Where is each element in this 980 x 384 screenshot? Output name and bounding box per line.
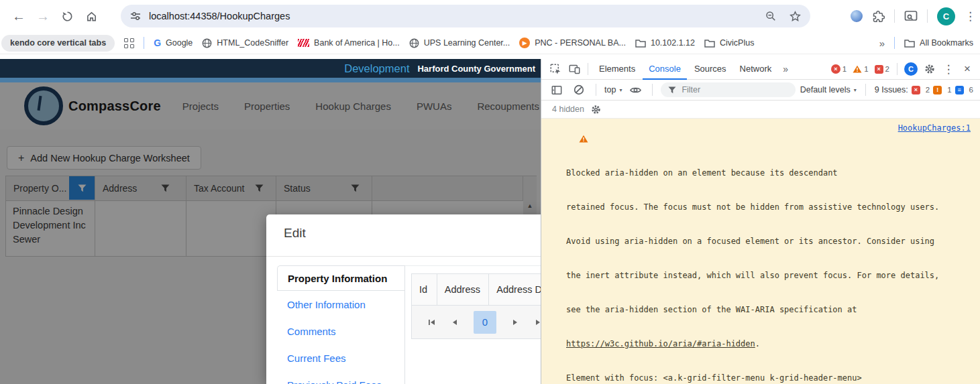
reload-icon [62,11,73,22]
hidden-messages-label: 4 hidden [552,105,584,114]
side-panel-icon[interactable] [904,10,918,22]
column-header-id[interactable]: Id [412,274,437,305]
ai-assistance-button[interactable]: C [902,60,920,78]
bookmark-bank-of-america[interactable]: Bank of America | Ho... [298,38,400,48]
inspect-icon [550,64,561,75]
filter-icon [668,86,676,94]
more-tabs-button[interactable]: » [779,64,792,74]
pager-last-button[interactable] [534,319,541,326]
tab-other-information[interactable]: Other Information [277,291,404,318]
apps-icon[interactable] [124,38,134,48]
home-icon [86,11,97,22]
tab-console[interactable]: Console [643,59,687,80]
google-icon: G [154,38,161,48]
close-icon: × [964,62,971,76]
aria-spec-link[interactable]: https://w3c.github.io/aria/#aria-hidden [566,339,755,348]
devtools-menu-button[interactable]: ⋮ [940,60,957,78]
address-grid: Id Address Address Dire 0 [411,273,541,339]
clear-console-button[interactable] [570,81,588,99]
error-counter[interactable]: × 1 [831,64,847,74]
home-button[interactable] [79,4,103,28]
all-bookmarks-button[interactable]: All Bookmarks [904,38,973,48]
device-toolbar-button[interactable] [565,60,583,78]
prev-page-icon [452,319,457,326]
tab-previously-paid-fees[interactable]: Previously Paid Fees [277,371,404,384]
improvement-issues-icon: ≡ [955,86,964,94]
warning-icon [550,123,588,157]
toolbar-divider [865,84,866,96]
log-levels-selector[interactable]: Default levels ▾ [800,85,857,94]
globe-icon [202,38,212,48]
url-text[interactable]: localhost:44358/HookupCharges [149,11,752,21]
eye-icon [630,86,641,94]
bookmarks-bar: kendo core vertical tabs G Google HTML_C… [0,32,980,54]
dialog-title: Edit [284,226,306,241]
tab-current-fees[interactable]: Current Fees [277,344,404,371]
console-toolbar: top ▾ Filter Default levels ▾ 9 Issues: … [541,80,980,101]
toolbar-divider [652,84,653,96]
bank-of-america-icon [298,39,309,47]
folder-icon [904,39,915,48]
bookmark-html-codesniffer[interactable]: HTML_CodeSniffer [202,38,288,48]
console-filter-input[interactable]: Filter [661,82,795,97]
gear-icon [924,64,935,74]
bookmarks-overflow-button[interactable]: » [879,38,885,49]
column-header-address-direction[interactable]: Address Dire [489,274,541,305]
inspect-element-button[interactable] [547,60,564,78]
tab-elements[interactable]: Elements [593,59,641,80]
browser-toolbar: ← → localhost:44358/HookupCharges C ⋮ [0,0,980,32]
tab-group-chip[interactable]: kendo core vertical tabs [1,35,115,52]
profile-avatar[interactable]: C [937,7,955,25]
page-viewport: Development Harford County Government Co… [0,59,541,384]
tab-sources[interactable]: Sources [688,59,732,80]
pager-first-button[interactable] [427,319,436,326]
toolbar-divider [596,84,596,96]
address-grid-header: Id Address Address Dire [411,273,541,306]
reload-button[interactable] [55,4,79,28]
organization-label: Harford County Government [417,64,535,74]
extensions-icon[interactable] [872,10,885,23]
forward-button[interactable]: → [31,4,55,28]
devtools-settings-button[interactable] [921,60,938,78]
clear-console-icon [574,84,584,95]
folder-icon [704,39,715,48]
issues-summary[interactable]: 9 Issues: × 2 ! 1 ≡ 6 [875,85,973,94]
toolbar-divider [588,63,588,75]
bookmark-pnc[interactable]: ▶ PNC - PERSONAL BA... [519,38,626,48]
pager-current-page[interactable]: 0 [474,311,496,334]
bookmark-star-button[interactable] [790,11,801,22]
menu-dots-icon: ⋮ [943,64,955,75]
zoom-out-button[interactable] [765,11,776,21]
warning-counter[interactable]: 1 [853,65,868,73]
column-header-address[interactable]: Address [437,274,489,305]
pager-prev-button[interactable] [450,319,459,326]
gear-icon[interactable] [591,105,601,115]
back-button[interactable]: ← [7,4,31,28]
address-grid-pager: 0 [411,306,541,339]
caret-down-icon: ▾ [854,87,857,93]
devtools-tab-bar: Elements Console Sources Network » × 1 1… [541,59,980,80]
tab-network[interactable]: Network [734,59,778,80]
context-selector[interactable]: top ▾ [604,85,622,94]
edit-dialog: Edit Property Information Other Informat… [266,214,541,384]
address-bar[interactable]: localhost:44358/HookupCharges [121,5,810,27]
bookmark-folder-civicplus[interactable]: CivicPlus [704,38,754,48]
live-expression-button[interactable] [627,81,644,99]
tab-property-information[interactable]: Property Information [277,265,404,291]
console-sidebar-button[interactable] [548,81,565,99]
extension-icon[interactable] [851,10,863,22]
issue-counter[interactable]: × 2 [875,65,889,74]
bookmarks-divider [894,37,895,49]
bookmark-google[interactable]: G Google [154,38,193,48]
warning-source-link[interactable]: HookupCharges:1 [898,123,971,134]
browser-actions: C ⋮ [851,5,976,27]
devtools-close-button[interactable]: × [959,60,976,78]
star-icon [790,11,801,22]
bookmark-folder-ip[interactable]: 10.102.1.12 [635,38,695,48]
pager-next-button[interactable] [510,319,520,326]
browser-menu-button[interactable]: ⋮ [965,11,976,22]
zoom-out-icon [765,11,776,21]
bookmark-ups-learning[interactable]: UPS Learning Center... [409,38,510,48]
devtools-panel: Elements Console Sources Network » × 1 1… [541,59,980,384]
tab-comments[interactable]: Comments [277,318,404,344]
